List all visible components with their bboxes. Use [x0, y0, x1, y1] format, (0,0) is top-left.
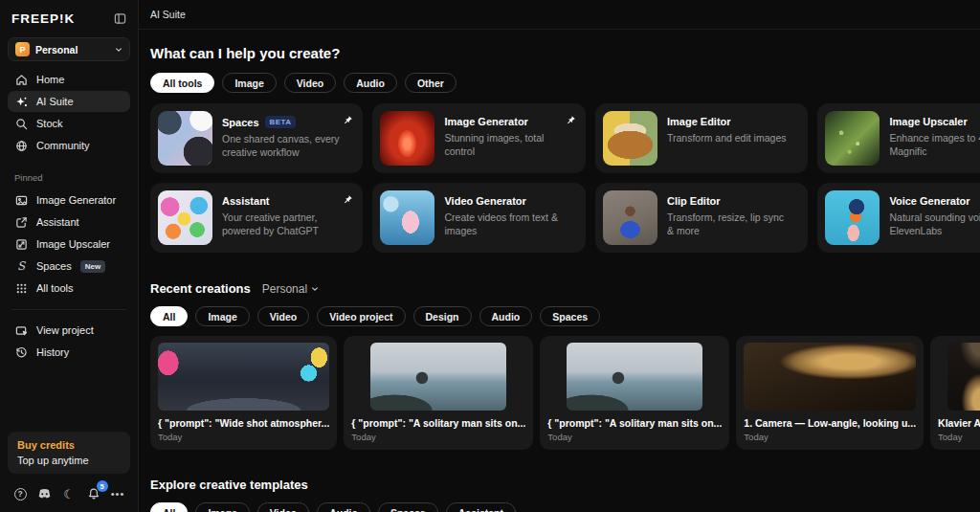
sidebar-item-image-upscaler[interactable]: Image Upscaler — [8, 234, 130, 255]
sidebar-item-stock[interactable]: Stock — [8, 113, 130, 134]
filter-pill-image[interactable]: Image — [222, 73, 276, 93]
recent-pill-image[interactable]: Image — [195, 306, 249, 326]
recent-card[interactable]: { "prompt": "Wide shot atmospher... Toda… — [150, 336, 337, 450]
buy-credits-title: Buy credits — [17, 439, 121, 451]
sidebar-item-label: View project — [36, 324, 94, 336]
tool-card-voice-generator[interactable]: Voice Generator Natural sounding voices … — [817, 183, 980, 253]
pin-icon[interactable] — [343, 112, 353, 129]
upscale-icon — [14, 237, 28, 251]
tool-card-video-generator[interactable]: Video Generator Create videos from text … — [372, 183, 585, 253]
app-window: FREEP!K P Personal Home AI Suite — [0, 0, 980, 512]
recent-card-title: { "prompt": "Wide shot atmospher... — [158, 417, 329, 429]
window-icon — [14, 323, 28, 337]
buy-credits-card[interactable]: Buy credits Top up anytime — [8, 432, 130, 474]
tool-card-assistant[interactable]: Assistant Your creative partner, powered… — [150, 183, 363, 253]
template-pill-assistant[interactable]: Assistant — [446, 502, 516, 512]
bell-icon[interactable]: 5 — [86, 486, 101, 501]
sidebar-item-label: AI Suite — [36, 96, 74, 107]
sidebar-item-ai-suite[interactable]: AI Suite — [8, 91, 130, 112]
sidebar-collapse-icon[interactable] — [114, 12, 126, 25]
recent-scope-label: Personal — [262, 282, 307, 296]
discord-icon[interactable] — [37, 486, 53, 501]
sidebar-item-view-project[interactable]: View project — [8, 320, 130, 341]
recent-scope-selector[interactable]: Personal — [262, 282, 319, 296]
more-glyph: ••• — [111, 488, 125, 500]
tool-title: Assistant — [222, 195, 270, 207]
recent-pill-audio[interactable]: Audio — [479, 306, 533, 326]
sidebar-item-spaces[interactable]: S Spaces New — [8, 256, 130, 277]
pin-icon[interactable] — [566, 112, 576, 129]
filter-pill-other[interactable]: Other — [405, 73, 457, 93]
sparkle-icon — [14, 95, 28, 108]
workspace-label: Personal — [35, 44, 78, 56]
template-pill-video[interactable]: Video — [257, 502, 309, 512]
tool-title: Image Upscaler — [889, 116, 967, 127]
filter-pill-video[interactable]: Video — [284, 73, 336, 93]
recent-card-title: { "prompt": "A solitary man sits on... — [351, 417, 525, 429]
chevron-down-icon — [115, 46, 122, 54]
freepik-logo: FREEP!K — [11, 11, 75, 26]
tool-card-spaces[interactable]: Spaces BETA One shared canvas, every cre… — [150, 103, 363, 173]
chevron-down-icon — [311, 285, 319, 293]
moon-icon[interactable]: ☾ — [61, 486, 77, 501]
recent-pill-all[interactable]: All — [150, 306, 188, 326]
recent-card[interactable]: Klavier Animation Today — [930, 336, 980, 450]
tool-title: Video Generator — [444, 195, 525, 207]
sidebar-item-assistant[interactable]: Assistant — [8, 211, 130, 233]
tool-card-clip-editor[interactable]: Clip Editor Transform, resize, lip sync … — [595, 183, 808, 253]
home-icon — [14, 73, 28, 86]
recent-creations-title: Recent creations — [150, 281, 251, 296]
tool-description: Transform, resize, lip sync & more — [667, 211, 800, 237]
voice-generator-thumbnail — [825, 190, 880, 245]
sidebar-item-history[interactable]: History — [8, 342, 130, 363]
template-pill-audio[interactable]: Audio — [317, 502, 370, 512]
tool-card-image-upscaler[interactable]: Image Upscaler Enhance images to 4K with… — [817, 103, 980, 173]
tool-card-image-editor[interactable]: Image Editor Transform and edit images — [595, 103, 808, 173]
workspace-avatar: P — [15, 42, 30, 56]
template-pill-image[interactable]: Image — [195, 502, 249, 512]
recent-pill-design[interactable]: Design — [413, 306, 472, 326]
beta-badge: BETA — [265, 116, 297, 128]
sidebar-item-label: All tools — [36, 282, 74, 294]
help-icon[interactable]: ? — [12, 486, 28, 501]
topbar: AI Suite — [139, 0, 980, 30]
sidebar: FREEP!K P Personal Home AI Suite — [0, 0, 139, 512]
tool-title: Image Editor — [667, 116, 731, 127]
sidebar-footer: ? ☾ 5 ••• — [8, 474, 130, 504]
recent-card[interactable]: { "prompt": "A solitary man sits on... T… — [344, 336, 533, 450]
sidebar-item-image-generator[interactable]: Image Generator — [8, 189, 130, 211]
sidebar-item-community[interactable]: Community — [8, 135, 130, 156]
workspace-selector[interactable]: P Personal — [8, 37, 130, 61]
breadcrumb: AI Suite — [150, 9, 186, 20]
notification-badge: 5 — [97, 480, 108, 492]
spaces-thumbnail — [158, 111, 212, 166]
sidebar-item-label: Home — [36, 74, 64, 85]
recent-card[interactable]: 1. Camera — Low-angle, looking u... Toda… — [736, 336, 924, 450]
recent-card[interactable]: { "prompt": "A solitary man sits on... T… — [540, 336, 729, 450]
sidebar-item-label: Image Generator — [36, 194, 116, 206]
recent-card-title: { "prompt": "A solitary man sits on... — [547, 417, 722, 429]
grid-icon — [14, 281, 28, 295]
sidebar-item-all-tools[interactable]: All tools — [8, 278, 130, 299]
recent-filter-pills: All Image Video Video project Design Aud… — [150, 306, 600, 326]
spaces-icon: S — [14, 259, 28, 273]
template-pill-all[interactable]: All — [150, 502, 188, 512]
template-filter-pills: All Image Video Audio Spaces Assistant — [150, 502, 516, 512]
golden-fabric-thumbnail — [744, 343, 916, 411]
filter-pill-all-tools[interactable]: All tools — [150, 73, 214, 93]
image-upscaler-thumbnail — [825, 111, 880, 166]
tool-description: Your creative partner, powered by ChatGP… — [222, 211, 355, 237]
tool-description: Stunning images, total control — [444, 131, 577, 158]
recent-pill-spaces[interactable]: Spaces — [540, 306, 600, 326]
template-pill-spaces[interactable]: Spaces — [378, 502, 438, 512]
recent-pill-video[interactable]: Video — [257, 306, 309, 326]
tool-title: Spaces — [222, 117, 259, 128]
more-icon[interactable]: ••• — [110, 486, 125, 501]
tool-description: Transform and edit images — [667, 131, 798, 145]
tool-filter-pills: All tools Image Video Audio Other — [150, 73, 457, 93]
filter-pill-audio[interactable]: Audio — [344, 73, 397, 93]
pin-icon[interactable] — [343, 191, 353, 209]
recent-pill-video-project[interactable]: Video project — [317, 306, 405, 326]
sidebar-item-home[interactable]: Home — [8, 69, 130, 90]
tool-card-image-generator[interactable]: Image Generator Stunning images, total c… — [372, 103, 585, 173]
